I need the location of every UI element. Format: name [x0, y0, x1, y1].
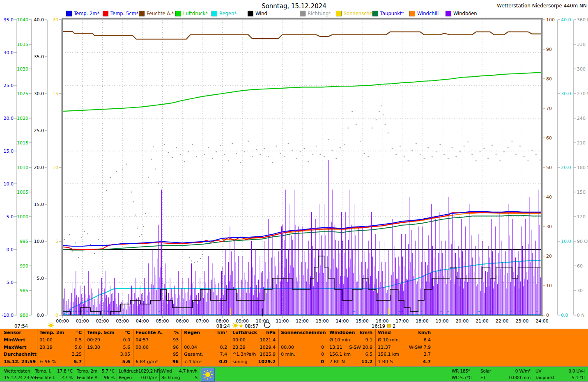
svg-text:08:24: 08:24 [216, 323, 230, 329]
table-cell: 1025.9 [260, 351, 276, 358]
svg-text:90: 90 [546, 47, 552, 52]
svg-text:0.0: 0.0 [7, 247, 14, 252]
svg-text:10.0: 10.0 [561, 239, 571, 244]
table-cell: 7.4 l/m² [184, 358, 202, 366]
status-label: WC 5.7°C [452, 374, 472, 381]
svg-text:25.0: 25.0 [34, 128, 44, 133]
table-cell: 0 [321, 351, 324, 358]
legend-label: Luftdruck* [183, 11, 208, 16]
table-cell: min [316, 329, 326, 336]
table-cell: 156.1 km [329, 351, 351, 358]
svg-text:01:00: 01:00 [76, 318, 89, 324]
svg-text:13:00: 13:00 [316, 318, 329, 324]
svg-text:360 N: 360 N [577, 17, 588, 23]
station-name: Wetterstation Niedersorpe 440m NN [497, 3, 587, 9]
svg-text:11:00: 11:00 [276, 318, 289, 324]
svg-text:60: 60 [577, 263, 583, 269]
legend-item-richtung: Richtung* [300, 11, 331, 16]
svg-text:995: 995 [20, 239, 28, 244]
table-cell: 0.5 [75, 336, 82, 344]
status-label: ET [480, 374, 486, 381]
svg-text:1025: 1025 [17, 91, 28, 96]
table-cell: 5.7 [74, 358, 82, 366]
legend-label: Wind [255, 11, 267, 16]
svg-text:35.0: 35.0 [34, 54, 44, 59]
status-text: Wetterdaten [4, 368, 30, 374]
table-cell: Sonnenschein [281, 329, 316, 336]
svg-text:985: 985 [20, 288, 28, 293]
svg-text:35.0: 35.0 [4, 17, 14, 23]
table-cell: 0.0 [123, 336, 131, 344]
stats-col-feuchte-a: Feuchte A.%04:579300:0096956.84 g/m³96 [133, 329, 181, 366]
table-cell: 1021.4 [260, 336, 276, 344]
table-cell: W-SW 7.9 [409, 344, 431, 351]
table-cell: Luftdruck [232, 329, 257, 336]
legend-label: Regen* [219, 11, 237, 16]
svg-text:15.0: 15.0 [4, 149, 14, 154]
svg-text:24:00: 24:00 [535, 318, 549, 324]
svg-text:07:00: 07:00 [196, 318, 209, 324]
table-cell: °C [124, 329, 130, 336]
legend-swatch-temp-5cm-icon [103, 11, 108, 16]
svg-text:100: 100 [546, 17, 555, 23]
table-cell: 1 Bft S [378, 358, 393, 366]
table-cell: 156.1 km [378, 351, 399, 358]
status-value: 5.1 °C [572, 374, 585, 381]
status-value: 0.0 UV-I [568, 368, 585, 374]
svg-text:30.0: 30.0 [34, 91, 44, 96]
row-header: Sensor [4, 329, 21, 336]
svg-text:21:00: 21:00 [475, 318, 489, 324]
stats-col-temp-2m: Temp. 2m°C01:000.520:195.83.25F: 96 %5.7 [37, 329, 84, 366]
legend-swatch-temp-2m-icon [66, 11, 72, 16]
svg-text:30.0: 30.0 [561, 91, 571, 96]
table-cell: Ø 10 min. [329, 336, 351, 344]
svg-text:06:00: 06:00 [176, 318, 189, 324]
svg-text:10.0: 10.0 [4, 181, 14, 187]
svg-text:00:00: 00:00 [56, 318, 69, 324]
status-label: Richtung [161, 374, 180, 381]
legend-label: Taupunkt* [380, 11, 404, 16]
stats-col-wind: Windkm/hØ 10 min.6.411:37W-SW 7.9156.1 k… [375, 329, 433, 366]
table-cell: 3.25 [72, 351, 82, 358]
legend-swatch-richtung-icon [300, 11, 305, 16]
svg-text:1005: 1005 [17, 190, 28, 195]
table-cell: 00:00 [232, 336, 246, 344]
svg-text:180 S: 180 S [577, 165, 588, 170]
status-label: WR 185° [452, 368, 470, 374]
svg-text:10: 10 [53, 165, 58, 170]
status-right-block-1: Solar0 W/m²ET0.000 mm [479, 368, 532, 381]
table-cell: Temp. 5cm [87, 329, 114, 336]
svg-text:07:54: 07:54 [14, 323, 28, 329]
status-label: Temp. I. [35, 368, 51, 374]
svg-text:1030: 1030 [17, 66, 28, 72]
table-cell: S-SW 20.9 [349, 344, 372, 351]
svg-text:0: 0 [55, 313, 58, 318]
table-cell: 9.1 [365, 336, 373, 344]
svg-text:20: 20 [546, 254, 552, 259]
status-value: 96 % [104, 374, 115, 381]
svg-text:10.0: 10.0 [34, 239, 44, 244]
svg-text:20: 20 [53, 17, 58, 23]
svg-text:30: 30 [546, 224, 552, 229]
svg-text:5.0: 5.0 [37, 276, 44, 281]
status-right-block-2: UV0.0 UV-ITaupunkt5.1 °C [534, 368, 586, 381]
svg-text:1020: 1020 [17, 116, 28, 121]
weather-station-page: Sonntag, 15.12.2024 Wetterstation Nieder… [0, 0, 588, 382]
table-cell: 23:39 [232, 344, 246, 351]
status-value: 4.7 km/h [179, 368, 198, 374]
status-block-1: Temp. 2m5.7 °CFeuchte A.96 % [75, 368, 116, 381]
legend-item-windb-en: Windböen [446, 11, 477, 16]
legend-swatch-sonnenschein-icon [336, 11, 342, 16]
table-cell: 7.4 [220, 351, 227, 358]
svg-text:18:00: 18:00 [416, 318, 429, 324]
row-header: Durchschnitt [4, 351, 37, 358]
table-cell: 1029.4 [260, 344, 276, 351]
svg-text:30: 30 [577, 288, 583, 293]
sun-icon [202, 369, 213, 380]
svg-text:90 O: 90 O [577, 239, 588, 244]
svg-text:1035: 1035 [17, 42, 28, 47]
legend-item-sonnenschein: Sonnenschein [336, 11, 377, 16]
legend-label: Sonnenschein [344, 11, 377, 16]
legend-swatch-taupunkt-icon [372, 11, 378, 16]
table-cell: 00:00 [281, 344, 294, 351]
